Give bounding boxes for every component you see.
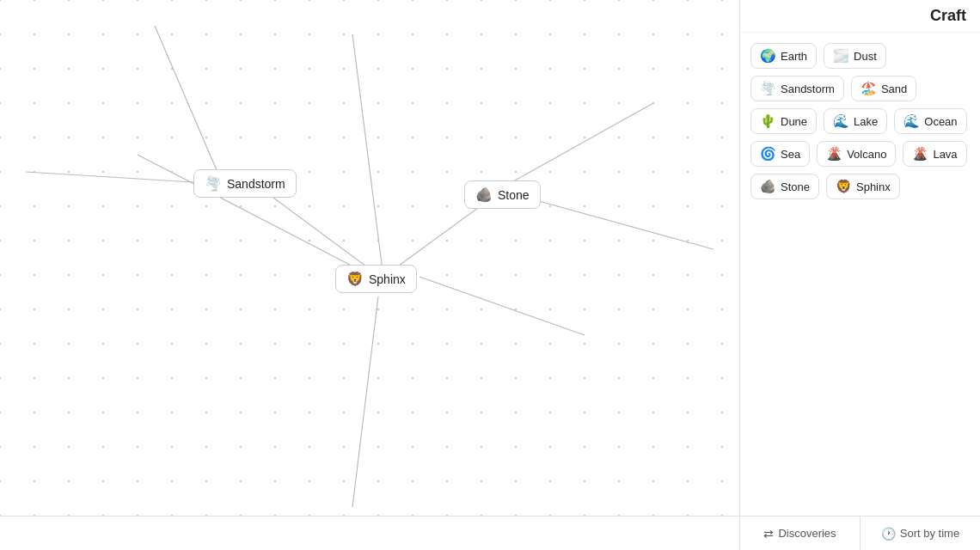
sort-by-time-label: Sort by time xyxy=(900,527,959,540)
element-chip-volcano[interactable]: 🌋Volcano xyxy=(817,141,896,167)
svg-line-9 xyxy=(352,296,378,507)
svg-line-3 xyxy=(352,34,383,271)
stone-node-label: Stone xyxy=(498,188,530,202)
ocean-chip-icon: 🌊 xyxy=(903,113,920,129)
discoveries-label: Discoveries xyxy=(778,527,836,540)
volcano-chip-label: Volcano xyxy=(847,148,886,161)
sand-chip-icon: 🏖️ xyxy=(861,81,877,96)
svg-line-5 xyxy=(507,103,653,185)
sandstorm-node-label: Sandstorm xyxy=(227,177,285,191)
volcano-chip-icon: 🌋 xyxy=(826,146,842,162)
canvas[interactable]: 🌪️ Sandstorm 🪨 Stone 🦁 Sphinx xyxy=(0,0,739,550)
sandstorm-node-icon: 🌪️ xyxy=(205,175,222,192)
svg-line-8 xyxy=(26,172,193,182)
stone-node[interactable]: 🪨 Stone xyxy=(464,180,541,209)
lava-chip-icon: 🌋 xyxy=(912,146,928,162)
canvas-bottom-bar xyxy=(0,516,739,550)
element-chip-sandstorm[interactable]: 🌪️Sandstorm xyxy=(750,76,844,101)
element-chip-dust[interactable]: 🌫️Dust xyxy=(824,43,886,69)
clock-icon: 🕐 xyxy=(881,527,896,541)
element-chip-dune[interactable]: 🌵Dune xyxy=(750,108,817,134)
element-chip-lake[interactable]: 🌊Lake xyxy=(824,108,887,134)
element-chip-sand[interactable]: 🏖️Sand xyxy=(851,76,916,101)
stone-node-icon: 🪨 xyxy=(475,186,493,203)
sphinx-node-label: Sphinx xyxy=(369,272,406,286)
svg-line-7 xyxy=(155,26,219,176)
sandstorm-chip-label: Sandstorm xyxy=(781,82,835,95)
sphinx-chip-label: Sphinx xyxy=(856,180,891,193)
lake-chip-label: Lake xyxy=(854,115,878,128)
discoveries-tab[interactable]: ⇄ Discoveries xyxy=(740,516,861,550)
sphinx-node[interactable]: 🦁 Sphinx xyxy=(335,265,417,293)
element-chip-sphinx[interactable]: 🦁Sphinx xyxy=(826,174,900,199)
lava-chip-label: Lava xyxy=(933,148,957,161)
discoveries-icon: ⇄ xyxy=(763,527,774,541)
dust-chip-icon: 🌫️ xyxy=(833,48,849,64)
earth-chip-icon: 🌍 xyxy=(760,48,776,64)
panel-title: Craft xyxy=(740,0,980,33)
dune-chip-label: Dune xyxy=(781,115,807,128)
sort-by-time-tab[interactable]: 🕐 Sort by time xyxy=(861,516,980,550)
sphinx-chip-icon: 🦁 xyxy=(836,179,852,194)
sandstorm-chip-icon: 🌪️ xyxy=(760,81,776,96)
sand-chip-label: Sand xyxy=(881,82,907,95)
sphinx-node-icon: 🦁 xyxy=(346,271,364,287)
dune-chip-icon: 🌵 xyxy=(760,113,776,129)
element-chip-lava[interactable]: 🌋Lava xyxy=(903,141,966,167)
elements-grid: 🌍Earth🌫️Dust🌪️Sandstorm🏖️Sand🌵Dune🌊Lake🌊… xyxy=(740,33,980,516)
element-chip-ocean[interactable]: 🌊Ocean xyxy=(894,108,966,134)
element-chip-sea[interactable]: 🌀Sea xyxy=(750,141,810,167)
stone-chip-icon: 🪨 xyxy=(760,179,776,194)
element-chip-stone[interactable]: 🪨Stone xyxy=(750,174,819,199)
panel-tab-bar: ⇄ Discoveries 🕐 Sort by time xyxy=(740,516,980,550)
svg-line-6 xyxy=(520,196,714,249)
element-chip-earth[interactable]: 🌍Earth xyxy=(750,43,817,69)
earth-chip-label: Earth xyxy=(781,50,807,63)
sandstorm-node[interactable]: 🌪️ Sandstorm xyxy=(193,169,297,198)
ocean-chip-label: Ocean xyxy=(924,115,957,128)
sea-chip-icon: 🌀 xyxy=(760,146,776,162)
lake-chip-icon: 🌊 xyxy=(833,113,849,129)
sea-chip-label: Sea xyxy=(781,148,800,161)
svg-line-4 xyxy=(420,277,585,335)
right-panel: Craft 🌍Earth🌫️Dust🌪️Sandstorm🏖️Sand🌵Dune… xyxy=(739,0,980,550)
stone-chip-label: Stone xyxy=(781,180,810,193)
dust-chip-label: Dust xyxy=(854,50,877,63)
